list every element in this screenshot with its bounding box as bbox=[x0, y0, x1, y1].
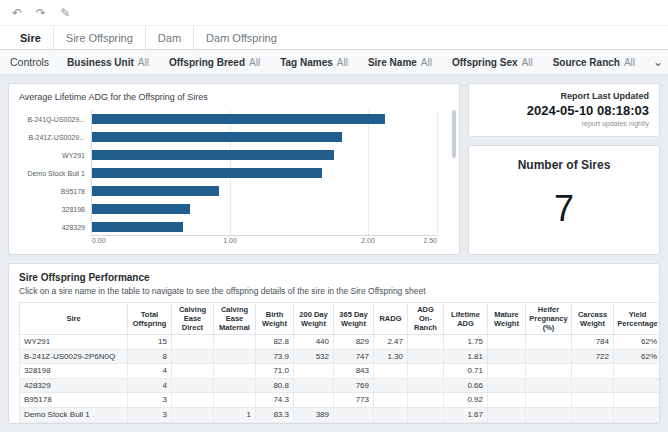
sire-name-link[interactable]: B95178 bbox=[20, 393, 128, 408]
table-row: B95178374.37730.92 bbox=[20, 393, 661, 408]
adg-chart-card: Average Lifetime ADG for the Offspring o… bbox=[8, 83, 460, 255]
table-cell: 3 bbox=[128, 407, 172, 422]
table-cell bbox=[488, 335, 526, 350]
performance-table: SireTotal OffspringCalving Ease DirectCa… bbox=[19, 302, 660, 424]
table-cell: 82.8 bbox=[256, 335, 294, 350]
tab-sire[interactable]: Sire bbox=[8, 26, 53, 49]
table-cell bbox=[172, 422, 214, 424]
edit-button[interactable]: ✎ bbox=[60, 7, 70, 19]
column-header: ADG On-Ranch bbox=[408, 303, 444, 335]
performance-title: Sire Offspring Performance bbox=[19, 272, 649, 283]
filter-business-unit[interactable]: Business UnitAll bbox=[67, 57, 149, 68]
table-cell: 3 bbox=[128, 393, 172, 408]
table-cell bbox=[614, 364, 661, 379]
chart-bar[interactable] bbox=[92, 204, 190, 214]
dashboard-root: ↶ ↷ ✎ SireSire OffspringDamDam Offspring… bbox=[0, 0, 668, 432]
column-header: Lifetime ADG bbox=[444, 303, 488, 335]
report-updated-note: report updates nightly bbox=[479, 120, 649, 127]
chart-bar[interactable] bbox=[92, 168, 322, 178]
chart-bar[interactable] bbox=[92, 186, 219, 196]
table-cell bbox=[408, 407, 444, 422]
chart-category-axis: B-241Q-US0029...B-241Z-US0029...WY291Dem… bbox=[19, 110, 91, 236]
sire-name-link[interactable]: WY291 bbox=[20, 335, 128, 350]
table-cell bbox=[572, 378, 614, 393]
table-cell: 0.71 bbox=[444, 364, 488, 379]
tab-sire-offspring[interactable]: Sire Offspring bbox=[53, 26, 145, 49]
filter-value: All bbox=[421, 57, 432, 68]
table-cell: 784 bbox=[572, 335, 614, 350]
table-cell bbox=[408, 378, 444, 393]
performance-subtitle: Click on a sire name in the table to nav… bbox=[19, 286, 649, 296]
chart-bar[interactable] bbox=[92, 222, 183, 232]
table-row: 428329480.87690.66 bbox=[20, 378, 661, 393]
sire-name-link[interactable]: B-241Q-US0029-YN8YMN bbox=[20, 422, 128, 424]
table-cell bbox=[408, 393, 444, 408]
chart-plot-area: 0.001.002.002.50 bbox=[91, 110, 437, 236]
chart-category-label: 328198 bbox=[19, 200, 91, 218]
undo-button[interactable]: ↶ bbox=[12, 7, 22, 19]
controls-bar: Controls Business UnitAllOffspring Breed… bbox=[0, 50, 668, 75]
table-cell bbox=[526, 364, 572, 379]
column-header: 365 Day Weight bbox=[334, 303, 374, 335]
table-cell bbox=[526, 407, 572, 422]
table-cell bbox=[526, 393, 572, 408]
filter-tag-names[interactable]: Tag NamesAll bbox=[280, 57, 348, 68]
table-cell bbox=[526, 349, 572, 364]
table-cell: 2.47 bbox=[374, 335, 408, 350]
chart-category-label: 428329 bbox=[19, 218, 91, 236]
filter-label: Offspring Breed bbox=[169, 57, 245, 68]
table-cell bbox=[614, 393, 661, 408]
table-cell: 0.92 bbox=[444, 393, 488, 408]
table-cell bbox=[374, 393, 408, 408]
sire-name-link[interactable]: 328198 bbox=[20, 364, 128, 379]
table-cell bbox=[488, 393, 526, 408]
report-updated-value: 2024-05-10 08:18:03 bbox=[479, 103, 649, 118]
sire-name-link[interactable]: B-241Z-US0029-2P6N0Q bbox=[20, 349, 128, 364]
filter-value: All bbox=[624, 57, 635, 68]
filter-label: Offspring Sex bbox=[452, 57, 518, 68]
controls-label: Controls bbox=[10, 56, 49, 68]
tab-dam[interactable]: Dam bbox=[145, 26, 193, 49]
filter-label: Sire Name bbox=[368, 57, 417, 68]
table-cell bbox=[294, 378, 334, 393]
sire-name-link[interactable]: Demo Stock Bull 1 bbox=[20, 407, 128, 422]
table-cell bbox=[214, 378, 256, 393]
chart-scrollbar[interactable] bbox=[452, 110, 456, 158]
table-cell: 389 bbox=[294, 407, 334, 422]
sire-name-link[interactable]: 428329 bbox=[20, 378, 128, 393]
redo-button[interactable]: ↷ bbox=[36, 7, 46, 19]
filter-source-ranch[interactable]: Source RanchAll bbox=[553, 57, 635, 68]
table-cell bbox=[172, 364, 214, 379]
table-cell bbox=[214, 349, 256, 364]
table-cell bbox=[172, 349, 214, 364]
chart-bar[interactable] bbox=[92, 150, 334, 160]
table-cell: 80.8 bbox=[256, 378, 294, 393]
chart-bar[interactable] bbox=[92, 132, 342, 142]
filter-offspring-sex[interactable]: Offspring SexAll bbox=[452, 57, 533, 68]
filter-offspring-breed[interactable]: Offspring BreedAll bbox=[169, 57, 260, 68]
filter-sire-name[interactable]: Sire NameAll bbox=[368, 57, 432, 68]
table-cell bbox=[408, 422, 444, 424]
tab-dam-offspring[interactable]: Dam Offspring bbox=[193, 26, 289, 49]
table-cell bbox=[214, 422, 256, 424]
column-header: Total Offspring bbox=[128, 303, 172, 335]
table-cell: 15 bbox=[128, 335, 172, 350]
collapse-controls-button[interactable]: ⌄ bbox=[653, 55, 663, 69]
table-cell bbox=[294, 393, 334, 408]
table-cell bbox=[374, 378, 408, 393]
filter-value: All bbox=[138, 57, 149, 68]
table-cell: 8 bbox=[128, 349, 172, 364]
table-cell: 4 bbox=[128, 364, 172, 379]
table-cell: 1 bbox=[214, 407, 256, 422]
table-cell bbox=[488, 422, 526, 424]
table-cell: 4 bbox=[128, 378, 172, 393]
table-cell: 2.12 bbox=[444, 422, 488, 424]
chart-bar[interactable] bbox=[92, 114, 385, 124]
dashboard-content: Average Lifetime ADG for the Offspring o… bbox=[0, 75, 668, 432]
filter-label: Tag Names bbox=[280, 57, 333, 68]
table-cell: 722 bbox=[572, 349, 614, 364]
table-cell: 773 bbox=[334, 393, 374, 408]
chart-category-label: B-241Q-US0029... bbox=[19, 110, 91, 128]
table-cell bbox=[374, 407, 408, 422]
table-cell: 440 bbox=[294, 335, 334, 350]
